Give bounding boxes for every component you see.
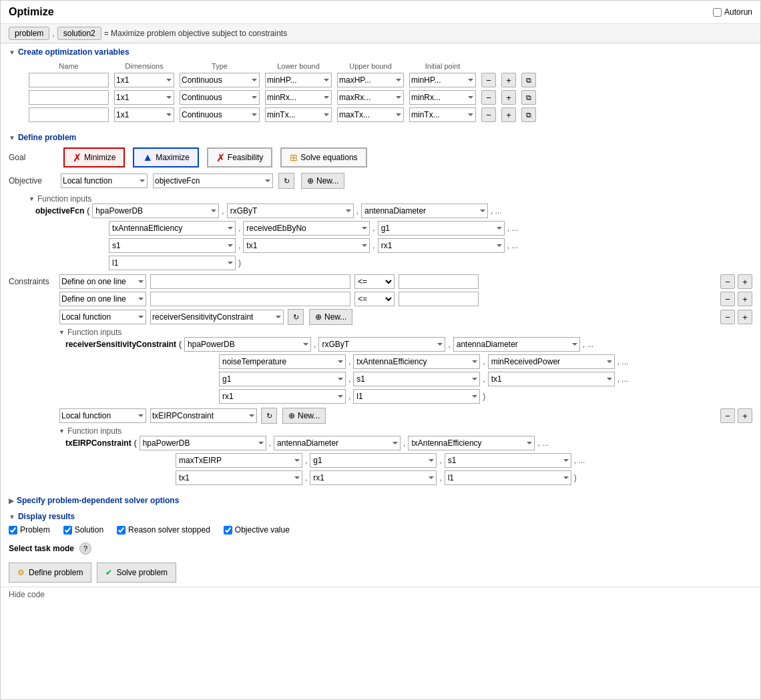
minimize-button[interactable]: ✗ Minimize: [63, 147, 125, 167]
arg-rxGByT[interactable]: rxGByT: [227, 204, 354, 218]
var-ub-2[interactable]: maxTx...: [337, 107, 404, 122]
solve-problem-button[interactable]: ✔ Solve problem: [97, 563, 176, 583]
specify-solver-header[interactable]: Specify problem-dependent solver options: [1, 493, 760, 508]
arg-hpaPowerDB[interactable]: hpaPowerDB: [92, 204, 219, 218]
new-tx-button[interactable]: ⊕ New...: [282, 408, 326, 424]
var-ub-1[interactable]: maxRx...: [337, 90, 404, 105]
constraint-plus-0[interactable]: +: [738, 274, 752, 289]
new-objective-button[interactable]: ⊕ New...: [301, 173, 344, 189]
constraint-val-0[interactable]: maxAntennaGa: [399, 274, 479, 289]
var-name-2[interactable]: antennaDiameter: [29, 107, 109, 122]
arg-s1-r[interactable]: s1: [353, 372, 480, 386]
arg-txAntennaEfficiency[interactable]: txAntennaEfficiency: [109, 221, 236, 236]
copy-btn-1[interactable]: ⧉: [521, 90, 536, 105]
dr-problem-checkbox[interactable]: [9, 526, 17, 535]
arg-receivedEbByNo[interactable]: receivedEbByNo: [243, 221, 370, 236]
dr-objective-item[interactable]: Objective value: [224, 525, 290, 535]
define-problem-button[interactable]: ⚙ Define problem: [9, 563, 91, 583]
constraint-plus-1[interactable]: +: [738, 292, 752, 306]
var-type-2[interactable]: Continuous: [180, 107, 260, 122]
arg-tx1-tx[interactable]: tx1: [176, 470, 302, 485]
arg-rx1-obj[interactable]: rx1: [378, 238, 505, 253]
dr-problem-item[interactable]: Problem: [9, 525, 50, 535]
arg-antennaDiameter-r[interactable]: antennaDiameter: [453, 337, 580, 352]
objective-function-select[interactable]: objectiveFcn: [153, 173, 273, 188]
arg-s1-tx[interactable]: s1: [445, 453, 571, 468]
minus-btn-1[interactable]: −: [481, 90, 496, 105]
dr-reason-item[interactable]: Reason solver stopped: [117, 525, 210, 535]
var-type-1[interactable]: Continuous: [180, 90, 260, 105]
constraint-expr-1[interactable]: gainCalc(antennaDiameter,txAntennaEff...: [150, 292, 350, 306]
create-vars-header[interactable]: Create optimization variables: [9, 47, 752, 57]
var-name-1[interactable]: rxGByT: [29, 90, 109, 105]
arg-g1-r[interactable]: g1: [219, 372, 346, 386]
constraint-fn-select[interactable]: receiverSensitivityConstraint: [150, 310, 284, 324]
var-dim-0[interactable]: 1x1: [114, 73, 174, 87]
constraint-type-0[interactable]: Define on one line: [59, 274, 146, 289]
var-dim-2[interactable]: 1x1: [114, 107, 174, 122]
refresh-objective-button[interactable]: ↻: [278, 173, 294, 189]
display-results-header[interactable]: Display results: [9, 512, 752, 521]
constraint-minus-1[interactable]: −: [720, 292, 735, 306]
constraint-plus-3[interactable]: +: [738, 408, 752, 423]
arg-noiseTemp-r[interactable]: noiseTemperature: [219, 354, 346, 369]
define-problem-header[interactable]: Define problem: [9, 133, 752, 142]
constraint-comp-1[interactable]: <=: [354, 292, 395, 306]
plus-btn-1[interactable]: +: [501, 90, 516, 105]
copy-btn-0[interactable]: ⧉: [521, 73, 536, 87]
arg-l1-obj[interactable]: l1: [109, 256, 236, 270]
arg-minReceivedPower-r[interactable]: minReceivedPower: [488, 354, 615, 369]
tab-problem[interactable]: problem: [9, 27, 49, 40]
constraint-minus-2[interactable]: −: [720, 310, 735, 324]
tab-solution2[interactable]: solution2: [57, 27, 101, 40]
arg-rx1-tx[interactable]: rx1: [310, 470, 437, 485]
var-ip-1[interactable]: minRx...: [409, 90, 476, 105]
solve-equations-button[interactable]: ⊞ Solve equations: [280, 147, 366, 167]
arg-antennaDiam-tx[interactable]: antennaDiameter: [274, 436, 401, 450]
arg-maxTxEIRP-tx[interactable]: maxTxEIRP: [176, 453, 302, 468]
arg-s1-obj[interactable]: s1: [109, 238, 236, 253]
arg-tx1-obj[interactable]: tx1: [243, 238, 370, 253]
constraint-val-1[interactable]: maxAntennaGa: [399, 292, 479, 306]
var-ip-0[interactable]: minHP...: [409, 73, 476, 87]
dr-solution-item[interactable]: Solution: [63, 525, 103, 535]
constraint-type-3[interactable]: Local function: [59, 408, 146, 423]
autorun-checkbox[interactable]: [713, 8, 722, 17]
minus-btn-0[interactable]: −: [481, 73, 496, 87]
plus-btn-2[interactable]: +: [501, 107, 516, 122]
arg-rx1-r[interactable]: rx1: [219, 389, 346, 404]
refresh-constraint-button[interactable]: ↻: [288, 309, 304, 325]
new-constraint-button[interactable]: ⊕ New...: [309, 309, 352, 325]
constraint-minus-3[interactable]: −: [720, 408, 735, 423]
dr-solution-checkbox[interactable]: [63, 526, 72, 535]
constraint-comp-0[interactable]: <=: [354, 274, 395, 289]
constraint-expr-0[interactable]: rxGByT + 10.*(log(noiseTemperature)/lo..…: [150, 274, 350, 289]
objective-type-select[interactable]: Local function: [61, 173, 148, 188]
arg-g1-obj[interactable]: g1: [378, 221, 505, 236]
var-lb-2[interactable]: minTx...: [265, 107, 332, 122]
var-ip-2[interactable]: minTx...: [409, 107, 476, 122]
constraint-tx-fn-select[interactable]: txEIRPConstraint: [150, 408, 257, 423]
maximize-button[interactable]: ▲ Maximize: [133, 147, 199, 167]
var-lb-1[interactable]: minRx...: [265, 90, 332, 105]
constraint-type-2[interactable]: Local function: [59, 310, 146, 324]
arg-tx1-r[interactable]: tx1: [488, 372, 615, 386]
arg-txAntennaEff-r[interactable]: txAntennaEfficiency: [353, 354, 480, 369]
var-dim-1[interactable]: 1x1: [114, 90, 174, 105]
var-ub-0[interactable]: maxHP...: [337, 73, 404, 87]
arg-antennaDiameter-obj[interactable]: antennaDiameter: [361, 204, 488, 218]
arg-rxGByT-r[interactable]: rxGByT: [318, 337, 445, 352]
dr-objective-checkbox[interactable]: [224, 526, 232, 535]
plus-btn-0[interactable]: +: [501, 73, 516, 87]
constraint-minus-0[interactable]: −: [720, 274, 735, 289]
refresh-tx-button[interactable]: ↻: [261, 408, 277, 424]
constraint-type-1[interactable]: Define on one line: [59, 292, 146, 306]
constraint-plus-2[interactable]: +: [738, 310, 752, 324]
var-name-0[interactable]: hpaPowerDB: [29, 73, 109, 87]
arg-l1-r[interactable]: l1: [353, 389, 480, 404]
help-button[interactable]: ?: [79, 543, 91, 555]
var-type-0[interactable]: Continuous: [180, 73, 260, 87]
copy-btn-2[interactable]: ⧉: [521, 107, 536, 122]
arg-txAntennaEff-tx[interactable]: txAntennaEfficiency: [408, 436, 535, 450]
arg-hpaPowerDB-r[interactable]: hpaPowerDB: [184, 337, 311, 352]
